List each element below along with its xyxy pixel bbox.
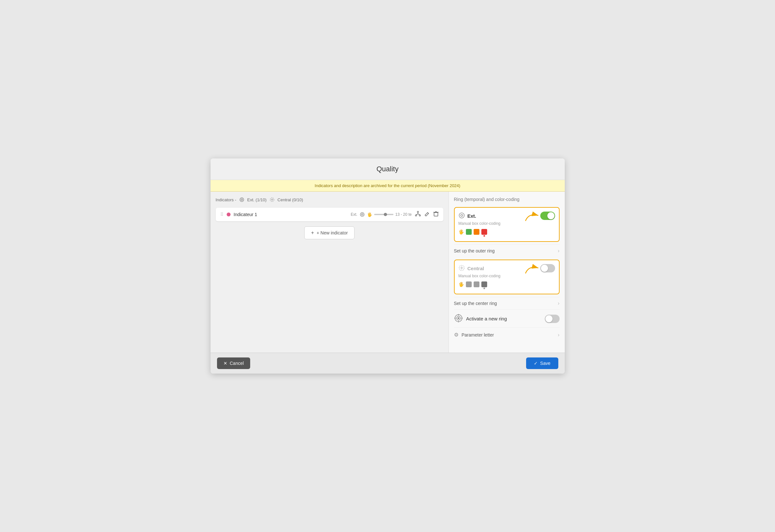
ext-ring-section: Ext. Manual box color-coding 🖐 xyxy=(454,207,560,242)
svg-point-1 xyxy=(241,199,242,201)
hierarchy-icon[interactable] xyxy=(415,211,421,218)
indicator-actions xyxy=(415,211,439,218)
drag-handle-icon[interactable]: ⠿ xyxy=(220,212,223,217)
svg-point-8 xyxy=(416,215,417,216)
param-letter-left: ⚙ Parameter letter xyxy=(454,332,494,338)
central-sublabel: Manual box color-coding xyxy=(459,274,555,278)
ext-section-ring-icon xyxy=(459,212,465,219)
central-section-title: Central xyxy=(468,266,484,271)
central-section-ring-icon xyxy=(459,265,465,272)
central-ring-section: Central Manual box color-coding 🖐 xyxy=(454,259,560,294)
ext-section-header: Ext. xyxy=(459,211,555,220)
central-color-swatches: 🖐 xyxy=(459,282,555,287)
central-toggle-track[interactable] xyxy=(540,264,555,273)
archive-banner: Indicators and description are archived … xyxy=(210,180,565,191)
central-section-label: Central xyxy=(459,265,484,272)
right-panel: Ring (temporal) and color-coding Ext. xyxy=(449,191,565,353)
svg-point-18 xyxy=(461,214,463,216)
left-panel: Indicators - Ext. (1/10) Central (0/10) xyxy=(210,191,449,353)
activate-ring-toggle[interactable] xyxy=(545,315,560,323)
svg-line-13 xyxy=(428,212,429,213)
ext-count-label: Ext. (1/10) xyxy=(247,197,266,202)
ext-sublabel: Manual box color-coding xyxy=(459,221,555,226)
save-label: Save xyxy=(540,361,551,366)
cancel-x-icon: ✕ xyxy=(223,361,227,366)
new-indicator-plus-icon: + xyxy=(311,230,314,236)
ext-swatch-orange[interactable] xyxy=(474,229,480,235)
central-swatch-3[interactable] xyxy=(481,282,487,287)
ext-toggle-track[interactable] xyxy=(540,211,555,220)
modal-header: Quality xyxy=(210,158,565,180)
center-ring-chevron-icon: › xyxy=(558,301,559,306)
svg-point-0 xyxy=(240,198,244,201)
indicator-slider[interactable] xyxy=(374,214,394,215)
central-swatch-1[interactable] xyxy=(466,282,472,287)
indicator-range: 13 - 20 te xyxy=(396,212,412,217)
ext-section-label: Ext. xyxy=(459,212,477,219)
central-hand-icon: 🖐 xyxy=(459,282,464,287)
param-letter-row[interactable]: ⚙ Parameter letter › xyxy=(454,328,560,342)
ext-swatch-green[interactable] xyxy=(466,229,472,235)
indicator-meta: Ext. 🖐 13 - 20 te xyxy=(350,211,412,217)
modal-body: Indicators - Ext. (1/10) Central (0/10) xyxy=(210,191,565,353)
svg-rect-14 xyxy=(434,212,438,216)
central-toggle[interactable] xyxy=(540,264,555,273)
indicator-color-dot xyxy=(227,212,230,216)
central-section-header: Central xyxy=(459,264,555,273)
outer-ring-chevron-icon: › xyxy=(558,248,559,254)
new-indicator-button[interactable]: + + New indicator xyxy=(304,226,354,239)
modal-footer: ✕ Cancel ✓ Save xyxy=(210,353,565,374)
archive-text: Indicators and description are archived … xyxy=(314,183,460,188)
activate-ring-label: Activate a new ring xyxy=(454,314,507,324)
ext-toggle[interactable] xyxy=(540,211,555,220)
ext-swatch-red[interactable] xyxy=(481,229,487,235)
setup-center-ring-label: Set up the center ring xyxy=(454,301,497,306)
svg-line-11 xyxy=(416,214,418,215)
ext-meta-label: Ext. xyxy=(350,212,357,217)
gear-icon: ⚙ xyxy=(454,332,459,338)
ext-meta-ring-icon xyxy=(359,211,365,217)
hand-meta-icon: 🖐 xyxy=(367,212,372,217)
modal-title: Quality xyxy=(217,165,558,173)
svg-line-12 xyxy=(418,214,420,215)
activate-ring-text: Activate a new ring xyxy=(466,316,507,322)
svg-point-17 xyxy=(459,213,464,218)
new-indicator-label: + New indicator xyxy=(316,230,348,235)
cancel-label: Cancel xyxy=(230,361,244,366)
right-panel-title: Ring (temporal) and color-coding xyxy=(454,197,560,202)
save-button[interactable]: ✓ Save xyxy=(526,358,558,369)
central-count-label: Central (0/10) xyxy=(277,197,303,202)
quality-modal: Quality Indicators and description are a… xyxy=(210,158,565,374)
cancel-button[interactable]: ✕ Cancel xyxy=(217,358,250,369)
param-letter-chevron-icon: › xyxy=(558,332,559,338)
delete-icon[interactable] xyxy=(433,211,439,218)
indicators-label: Indicators - xyxy=(216,197,236,202)
save-check-icon: ✓ xyxy=(534,361,538,366)
setup-outer-ring-label: Set up the outer ring xyxy=(454,248,495,253)
ext-color-swatches: 🖐 xyxy=(459,229,555,235)
svg-point-5 xyxy=(360,212,364,216)
activate-ring-toggle-track[interactable] xyxy=(545,315,560,323)
central-swatch-2[interactable] xyxy=(474,282,480,287)
activate-ring-row: Activate a new ring xyxy=(454,310,560,328)
ext-ring-icon xyxy=(239,197,245,202)
ext-section-title: Ext. xyxy=(468,213,477,219)
indicator-name: Indicateur 1 xyxy=(234,212,348,217)
svg-point-9 xyxy=(419,215,421,216)
ext-hand-icon: 🖐 xyxy=(459,229,464,234)
svg-point-7 xyxy=(417,211,419,212)
indicator-row: ⠿ Indicateur 1 Ext. 🖐 13 - 20 xyxy=(216,208,444,221)
svg-point-6 xyxy=(361,214,363,215)
svg-point-26 xyxy=(458,318,459,319)
edit-icon[interactable] xyxy=(424,211,430,218)
setup-outer-ring-row[interactable]: Set up the outer ring › xyxy=(454,244,560,257)
central-ring-icon xyxy=(269,197,275,202)
param-letter-label: Parameter letter xyxy=(462,332,494,338)
activate-ring-target-icon xyxy=(454,314,463,324)
indicators-header: Indicators - Ext. (1/10) Central (0/10) xyxy=(216,197,444,202)
setup-center-ring-row[interactable]: Set up the center ring › xyxy=(454,297,560,310)
